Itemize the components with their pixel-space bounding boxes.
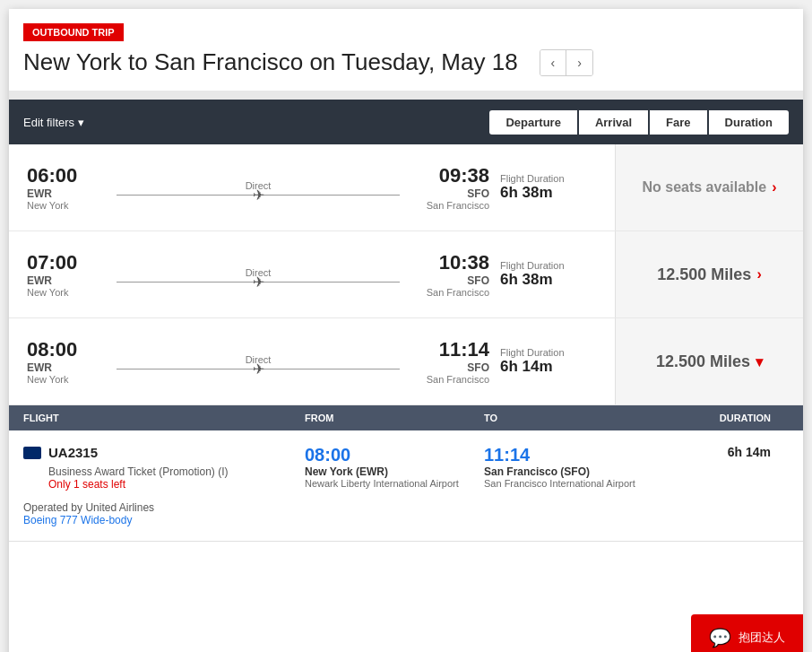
price-text: 12.500 Miles › [657, 265, 761, 284]
flight-duration: Flight Duration 6h 38m [489, 246, 597, 303]
to-time: 11:14 [484, 445, 681, 465]
detail-body: UA2315 Business Award Ticket (Promotion)… [9, 430, 803, 541]
detail-flight-num: UA2315 [23, 445, 305, 460]
price-value: 12.500 Miles [657, 265, 751, 284]
route-line: ✈ [117, 282, 400, 283]
sort-arrival[interactable]: Arrival [579, 110, 648, 135]
sort-duration[interactable]: Duration [709, 110, 789, 135]
duration-label: Flight Duration [500, 173, 565, 184]
arrive-info: 11:14 SFO San Francisco [409, 338, 489, 385]
route-line: ✈ [117, 369, 400, 369]
plane-icon: ✈ [253, 274, 264, 291]
sort-departure[interactable]: Departure [489, 110, 576, 135]
depart-info: 08:00 EWR New York [27, 338, 108, 385]
arrive-code: SFO [409, 274, 489, 287]
flight-row: 06:00 EWR New York Direct ✈ 09:38 SFO Sa… [9, 144, 803, 231]
detail-flight-col: UA2315 Business Award Ticket (Promotion)… [23, 445, 305, 526]
flight-line: Direct ✈ [108, 267, 409, 283]
trip-badge: OUTBOUND TRIP [23, 23, 124, 41]
duration-value: 6h 38m [500, 184, 553, 202]
arrive-time: 10:38 [409, 251, 489, 274]
depart-time: 07:00 [27, 251, 108, 274]
depart-info: 06:00 EWR New York [27, 164, 108, 211]
flight-info: 07:00 EWR New York Direct ✈ 10:38 SFO Sa… [9, 231, 615, 317]
depart-time: 06:00 [27, 164, 108, 187]
arrive-city: San Francisco [409, 374, 489, 385]
flight-info: 06:00 EWR New York Direct ✈ 09:38 SFO Sa… [9, 144, 615, 230]
wechat-overlay: 💬 抱团达人 [691, 614, 803, 652]
price-value: 12.500 Miles [656, 352, 750, 371]
arrive-city: San Francisco [409, 200, 489, 211]
plane-icon: ✈ [253, 187, 264, 204]
prev-arrow[interactable]: ‹ [540, 50, 567, 75]
depart-city: New York [27, 200, 108, 211]
price-text: No seats available › [642, 179, 776, 196]
sort-buttons: Departure Arrival Fare Duration [489, 110, 789, 135]
flight-price[interactable]: 12.500 Miles ▾ [615, 318, 803, 404]
flight-duration: Flight Duration 6h 14m [489, 333, 597, 390]
nav-arrows: ‹ › [540, 49, 593, 76]
flight-info: 08:00 EWR New York Direct ✈ 11:14 SFO Sa… [9, 318, 615, 404]
arrive-info: 09:38 SFO San Francisco [409, 164, 489, 211]
col-from-header: FROM [305, 413, 484, 423]
next-arrow[interactable]: › [566, 50, 592, 75]
flight-price[interactable]: 12.500 Miles › [615, 231, 803, 317]
depart-city: New York [27, 287, 108, 298]
flight-detail: FLIGHT FROM TO DURATION UA2315 Business … [9, 405, 803, 542]
main-container: OUTBOUND TRIP New York to San Francisco … [9, 9, 803, 652]
edit-filters-button[interactable]: Edit filters ▾ [23, 116, 84, 129]
separator [9, 91, 803, 100]
trip-title-text: New York to San Francisco on Tuesday, Ma… [23, 48, 518, 76]
to-airport: San Francisco (SFO) [484, 465, 681, 478]
wechat-text: 抱团达人 [739, 630, 785, 646]
flight-price[interactable]: No seats available › [615, 144, 803, 230]
flights-list: 06:00 EWR New York Direct ✈ 09:38 SFO Sa… [9, 144, 803, 542]
detail-to-col: 11:14 San Francisco (SFO) San Francisco … [484, 445, 681, 489]
duration-value: 6h 14m [500, 358, 553, 376]
depart-code: EWR [27, 274, 108, 287]
col-to-header: TO [484, 413, 681, 423]
arrive-city: San Francisco [409, 287, 489, 298]
arrive-info: 10:38 SFO San Francisco [409, 251, 489, 298]
filter-bar: Edit filters ▾ Departure Arrival Fare Du… [9, 100, 803, 144]
to-airport-name: San Francisco International Airport [484, 478, 681, 489]
seats-left: Only 1 seats left [23, 478, 305, 491]
flight-duration: Flight Duration 6h 38m [489, 159, 597, 216]
wechat-icon: 💬 [709, 627, 731, 648]
duration-value: 6h 38m [500, 271, 553, 289]
route-line: ✈ [117, 195, 400, 196]
detail-header: FLIGHT FROM TO DURATION [9, 405, 803, 430]
price-text: 12.500 Miles ▾ [656, 352, 763, 371]
price-value: No seats available [642, 179, 766, 196]
arrive-code: SFO [409, 187, 489, 200]
arrive-time: 11:14 [409, 338, 489, 361]
detail-from-col: 08:00 New York (EWR) Newark Liberty Inte… [305, 445, 484, 489]
ticket-type: Business Award Ticket (Promotion) (I) [23, 465, 305, 478]
from-airport: New York (EWR) [305, 465, 484, 478]
from-airport-name: Newark Liberty International Airport [305, 478, 484, 489]
from-time: 08:00 [305, 445, 484, 465]
aircraft[interactable]: Boeing 777 Wide-body [23, 514, 305, 526]
sort-fare[interactable]: Fare [650, 110, 706, 135]
price-arrow: › [756, 266, 761, 283]
col-flight-header: FLIGHT [23, 413, 305, 423]
flight-row: 08:00 EWR New York Direct ✈ 11:14 SFO Sa… [9, 318, 803, 405]
flight-number: UA2315 [48, 445, 98, 460]
trip-title-row: New York to San Francisco on Tuesday, Ma… [23, 48, 789, 76]
flight-line: Direct ✈ [108, 180, 409, 196]
arrive-code: SFO [409, 361, 489, 374]
depart-info: 07:00 EWR New York [27, 251, 108, 298]
operated-by: Operated by United Airlines [23, 501, 305, 514]
arrive-time: 09:38 [409, 164, 489, 187]
depart-code: EWR [27, 187, 108, 200]
detail-dur-col: 6h 14m [681, 445, 789, 459]
depart-time: 08:00 [27, 338, 108, 361]
depart-code: EWR [27, 361, 108, 374]
depart-city: New York [27, 374, 108, 385]
price-arrow: ▾ [756, 353, 763, 370]
duration-label: Flight Duration [500, 260, 565, 271]
united-icon [23, 447, 41, 459]
duration-label: Flight Duration [500, 347, 565, 358]
price-arrow: › [772, 179, 776, 196]
plane-icon: ✈ [253, 361, 264, 378]
